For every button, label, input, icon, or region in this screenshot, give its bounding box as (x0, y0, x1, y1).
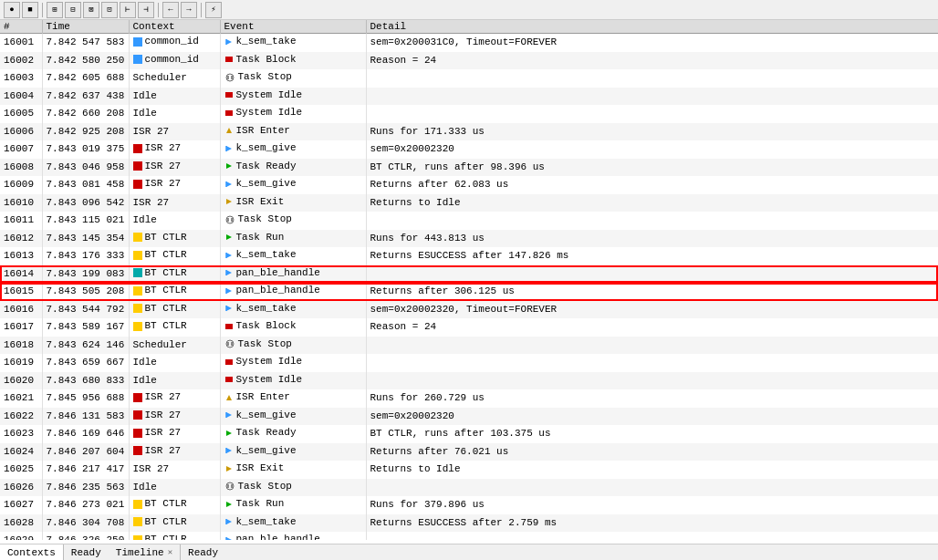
cell-detail (366, 479, 938, 497)
cell-detail (366, 69, 938, 88)
table-row[interactable]: 160157.843 505 208 BT CTLR pan_ble_handl… (0, 283, 938, 301)
cell-detail (366, 354, 938, 372)
table-row[interactable]: 160087.843 046 958 ISR 27 Task ReadyBT C… (0, 159, 938, 177)
table-row[interactable]: 160227.846 131 583 ISR 27 k_sem_givesem=… (0, 408, 938, 426)
cell-detail: Runs for 171.333 us (366, 123, 938, 141)
table-row[interactable]: 160197.843 659 667Idle System Idle (0, 354, 938, 372)
toolbar-btn-1[interactable]: ● (4, 2, 20, 18)
table-row[interactable]: 160247.846 207 604 ISR 27 k_sem_giveRetu… (0, 443, 938, 461)
table-row[interactable]: 160127.843 145 354 BT CTLR Task RunRuns … (0, 230, 938, 248)
table-row[interactable]: 160267.846 235 563Idle Task Stop (0, 479, 938, 497)
cell-time: 7.843 624 146 (42, 337, 129, 355)
cell-context: BT CTLR (129, 514, 220, 533)
table-row[interactable]: 160067.842 925 208ISR 27 ISR EnterRuns f… (0, 123, 938, 141)
svg-marker-38 (226, 537, 232, 541)
toolbar-btn-3[interactable]: ⊞ (47, 2, 63, 18)
status-ready-2: Ready (181, 544, 225, 560)
cell-context: BT CTLR (129, 230, 220, 248)
table-header: # Time Context Event Detail (0, 20, 938, 34)
cell-event: k_sem_give (220, 176, 366, 194)
cell-event: ISR Exit (220, 194, 366, 213)
cell-detail: Returns to Idle (366, 194, 938, 213)
cell-num: 16009 (0, 176, 42, 194)
svg-marker-9 (226, 163, 232, 169)
table-row[interactable]: 160257.846 217 417ISR 27 ISR ExitReturns… (0, 461, 938, 479)
table-row[interactable]: 160147.843 199 083 BT CTLR pan_ble_handl… (0, 265, 938, 284)
cell-num: 16010 (0, 194, 42, 213)
cell-detail: Returns ESUCCESS after 147.826 ms (366, 247, 938, 265)
cell-event: k_sem_take (220, 514, 366, 533)
tab-contexts[interactable]: Contexts (0, 544, 64, 560)
table-row[interactable]: 160177.843 589 167 BT CTLR Task BlockRea… (0, 318, 938, 337)
cell-context: Idle (129, 105, 220, 123)
cell-time: 7.843 176 333 (42, 247, 129, 265)
cell-event: k_sem_give (220, 443, 366, 461)
toolbar-btn-9[interactable]: ← (162, 2, 179, 18)
table-row[interactable]: 160017.842 547 583 common_id k_sem_takes… (0, 34, 938, 52)
table-row[interactable]: 160077.843 019 375 ISR 27 k_sem_givesem=… (0, 140, 938, 159)
cell-event: System Idle (220, 354, 366, 372)
cell-time: 7.843 145 354 (42, 230, 129, 248)
cell-time: 7.843 544 792 (42, 301, 129, 319)
cell-num: 16026 (0, 479, 42, 497)
cell-time: 7.842 605 688 (42, 69, 129, 88)
cell-event: System Idle (220, 88, 366, 106)
cell-num: 16017 (0, 318, 42, 337)
toolbar-btn-2[interactable]: ■ (22, 2, 38, 18)
table-row[interactable]: 160277.846 273 021 BT CTLR Task RunRuns … (0, 496, 938, 514)
cell-detail (366, 337, 938, 355)
table-row[interactable]: 160037.842 605 688Scheduler Task Stop (0, 69, 938, 88)
cell-event: k_sem_take (220, 247, 366, 265)
table-row[interactable]: 160027.842 580 250 common_id Task BlockR… (0, 52, 938, 70)
cell-context: ISR 27 (129, 443, 220, 461)
cell-detail (366, 532, 938, 540)
toolbar-btn-11[interactable]: ⚡ (205, 2, 222, 18)
table-row[interactable]: 160207.843 680 833Idle System Idle (0, 372, 938, 390)
table-row[interactable]: 160287.846 304 708 BT CTLR k_sem_takeRet… (0, 514, 938, 533)
table-row[interactable]: 160047.842 637 438Idle System Idle (0, 88, 938, 106)
cell-num: 16008 (0, 159, 42, 177)
cell-detail: Runs for 379.896 us (366, 496, 938, 514)
cell-num: 16014 (0, 265, 42, 284)
table-row[interactable]: 160057.842 660 208Idle System Idle (0, 105, 938, 123)
toolbar-separator-3 (201, 3, 202, 17)
cell-time: 7.842 547 583 (42, 34, 129, 52)
cell-context: ISR 27 (129, 408, 220, 426)
cell-num: 16022 (0, 408, 42, 426)
toolbar-btn-10[interactable]: → (181, 2, 197, 18)
toolbar-separator-1 (42, 3, 43, 17)
cell-context: BT CTLR (129, 247, 220, 265)
cell-event: k_sem_take (220, 34, 366, 52)
toolbar-btn-4[interactable]: ⊟ (65, 2, 81, 18)
cell-context: BT CTLR (129, 265, 220, 284)
cell-context: Idle (129, 354, 220, 372)
cell-event: System Idle (220, 105, 366, 123)
table-row[interactable]: 160117.843 115 021Idle Task Stop (0, 212, 938, 230)
cell-num: 16015 (0, 283, 42, 301)
table-row[interactable]: 160237.846 169 646 ISR 27 Task ReadyBT C… (0, 425, 938, 443)
toolbar-separator-2 (158, 3, 159, 17)
cell-context: ISR 27 (129, 159, 220, 177)
cell-context: ISR 27 (129, 425, 220, 443)
table-row[interactable]: 160297.846 326 250 BT CTLR pan_ble_handl… (0, 532, 938, 540)
cell-time: 7.846 169 646 (42, 425, 129, 443)
toolbar-btn-7[interactable]: ⊢ (120, 2, 136, 18)
cell-num: 16004 (0, 88, 42, 106)
cell-event: Task Block (220, 318, 366, 337)
svg-rect-26 (225, 377, 233, 382)
tab-timeline[interactable]: Timeline ✕ (109, 544, 181, 560)
cell-event: Task Stop (220, 479, 366, 497)
tab-timeline-close[interactable]: ✕ (168, 547, 172, 557)
table-row[interactable]: 160137.843 176 333 BT CTLR k_sem_takeRet… (0, 247, 938, 265)
svg-marker-6 (226, 128, 232, 133)
toolbar-btn-8[interactable]: ⊣ (138, 2, 154, 18)
table-row[interactable]: 160107.843 096 542ISR 27 ISR ExitReturns… (0, 194, 938, 213)
table-row[interactable]: 160187.843 624 146Scheduler Task Stop (0, 337, 938, 355)
svg-point-3 (226, 74, 234, 81)
cell-event: k_sem_give (220, 408, 366, 426)
table-row[interactable]: 160217.845 956 688 ISR 27 ISR EnterRuns … (0, 389, 938, 408)
table-row[interactable]: 160097.843 081 458 ISR 27 k_sem_giveRetu… (0, 176, 938, 194)
table-row[interactable]: 160167.843 544 792 BT CTLR k_sem_takesem… (0, 301, 938, 319)
toolbar-btn-6[interactable]: ⊡ (101, 2, 118, 18)
toolbar-btn-5[interactable]: ⊠ (83, 2, 99, 18)
